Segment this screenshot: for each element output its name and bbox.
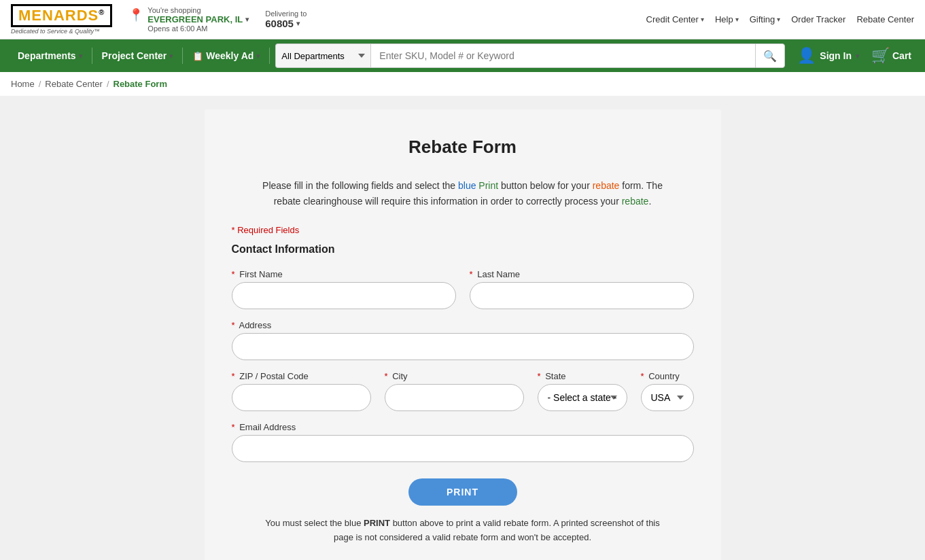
delivery-label: Delivering to: [265, 10, 307, 18]
form-title: Rebate Form: [232, 137, 694, 158]
state-required-star: *: [538, 371, 541, 381]
country-group: * Country USA: [641, 371, 694, 411]
account-icon: 👤: [797, 47, 816, 65]
store-name: EVERGREEN PARK, IL ▾: [147, 14, 249, 24]
city-label: * City: [385, 371, 524, 381]
country-label: * Country: [641, 371, 694, 381]
weekly-ad-icon: 📋: [192, 51, 203, 61]
country-required-star: *: [641, 371, 644, 381]
main-content: Rebate Form Please fill in the following…: [0, 96, 925, 560]
first-name-label: * First Name: [232, 269, 456, 279]
state-label: * State: [538, 371, 627, 381]
search-department-select[interactable]: All Departments: [275, 43, 370, 68]
project-center-chevron-icon: ▾: [169, 52, 173, 60]
print-button[interactable]: PRINT: [408, 478, 517, 506]
rebate-form-container: Rebate Form Please fill in the following…: [205, 109, 721, 560]
logo-area[interactable]: MENARDS® Dedicated to Service & Quality™: [11, 4, 112, 35]
name-row: * First Name * Last Name: [232, 269, 694, 309]
desc-orange-rebate: rebate: [593, 180, 620, 191]
help-link[interactable]: Help ▾: [715, 14, 739, 24]
store-info[interactable]: 📍 You're shopping EVERGREEN PARK, IL ▾ O…: [128, 6, 249, 33]
breadcrumb-home[interactable]: Home: [11, 79, 35, 89]
store-label: You're shopping: [147, 6, 249, 14]
search-area: All Departments 🔍: [275, 43, 785, 68]
order-tracker-link[interactable]: Order Tracker: [791, 14, 845, 24]
top-bar-left: MENARDS® Dedicated to Service & Quality™…: [11, 4, 307, 35]
zip-label: * ZIP / Postal Code: [232, 371, 371, 381]
email-required-star: *: [232, 422, 235, 432]
gifting-link[interactable]: Gifting ▾: [750, 14, 781, 24]
search-input[interactable]: [370, 43, 755, 68]
location-pin-icon: 📍: [128, 7, 143, 22]
store-details: You're shopping EVERGREEN PARK, IL ▾ Ope…: [147, 6, 249, 33]
address-row: * Address: [232, 320, 694, 360]
address-group: * Address: [232, 320, 694, 360]
location-row: * ZIP / Postal Code * City * State - Sel: [232, 371, 694, 411]
logo-subtitle: Dedicated to Service & Quality™: [11, 28, 112, 35]
zip-required-star: *: [232, 371, 235, 381]
delivery-zip: 60805 ▾: [265, 18, 307, 29]
delivery-chevron-icon: ▾: [296, 20, 300, 27]
rebate-center-link[interactable]: Rebate Center: [856, 14, 914, 24]
print-note-print-word: PRINT: [364, 518, 390, 528]
cart-button[interactable]: 🛒 Cart: [866, 47, 917, 65]
weekly-ad-chevron-icon: ▾: [256, 52, 260, 60]
last-name-group: * Last Name: [470, 269, 694, 309]
desc-green-print: Print: [478, 180, 498, 191]
cart-icon: 🛒: [871, 47, 890, 65]
top-utility-bar: MENARDS® Dedicated to Service & Quality™…: [0, 0, 925, 39]
zip-group: * ZIP / Postal Code: [232, 371, 371, 411]
search-button[interactable]: 🔍: [755, 43, 785, 68]
help-chevron-icon: ▾: [735, 16, 739, 23]
country-select[interactable]: USA: [641, 384, 694, 411]
required-note: * Required Fields: [232, 225, 694, 235]
nav-bar: Departments ▾ Project Center ▾ 📋 Weekly …: [0, 39, 925, 72]
city-group: * City: [385, 371, 524, 411]
address-required-star: *: [232, 320, 235, 330]
breadcrumb-sep-1: /: [39, 79, 41, 89]
print-note: You must select the blue PRINT button ab…: [259, 517, 667, 545]
email-label: * Email Address: [232, 422, 694, 432]
city-required-star: *: [385, 371, 388, 381]
delivery-info[interactable]: Delivering to 60805 ▾: [265, 10, 307, 29]
zip-input[interactable]: [232, 384, 371, 411]
address-input[interactable]: [232, 333, 694, 360]
last-name-required-star: *: [470, 269, 473, 279]
last-name-label: * Last Name: [470, 269, 694, 279]
logo-text: MENARDS®: [11, 4, 112, 27]
email-row: * Email Address: [232, 422, 694, 462]
desc-green-rebate2: rebate: [622, 196, 649, 207]
gifting-chevron-icon: ▾: [777, 16, 780, 23]
desc-blue-print: blue: [458, 180, 476, 191]
last-name-input[interactable]: [470, 282, 694, 309]
nav-weekly-ad[interactable]: 📋 Weekly Ad ▾: [183, 39, 269, 72]
logo-brand: MENARDS: [18, 7, 99, 24]
state-group: * State - Select a state - ALAKAZAR CACO…: [538, 371, 627, 411]
address-label: * Address: [232, 320, 694, 330]
state-select[interactable]: - Select a state - ALAKAZAR CACOCTDE FLG…: [538, 384, 627, 411]
form-description: Please fill in the following fields and …: [259, 178, 667, 209]
nav-divider-3: [269, 48, 270, 64]
breadcrumb: Home / Rebate Center / Rebate Form: [0, 72, 925, 96]
nav-departments[interactable]: Departments ▾: [8, 39, 92, 72]
breadcrumb-rebate-center[interactable]: Rebate Center: [45, 79, 103, 89]
first-name-input[interactable]: [232, 282, 456, 309]
sign-in-chevron-icon: ▾: [856, 52, 859, 60]
email-input[interactable]: [232, 435, 694, 462]
city-input[interactable]: [385, 384, 524, 411]
sign-in-button[interactable]: 👤 Sign In ▾: [790, 47, 866, 65]
store-chevron-icon: ▾: [245, 16, 249, 23]
first-name-group: * First Name: [232, 269, 456, 309]
departments-chevron-icon: ▾: [79, 52, 82, 60]
search-input-wrap: [370, 43, 755, 68]
first-name-required-star: *: [232, 269, 235, 279]
breadcrumb-sep-2: /: [107, 79, 109, 89]
store-hours: Opens at 6:00 AM: [147, 24, 249, 33]
credit-center-link[interactable]: Credit Center ▾: [646, 14, 704, 24]
email-group: * Email Address: [232, 422, 694, 462]
top-bar-right: Credit Center ▾ Help ▾ Gifting ▾ Order T…: [646, 14, 914, 24]
breadcrumb-current: Rebate Form: [114, 79, 167, 89]
section-title: Contact Information: [232, 243, 694, 256]
nav-project-center[interactable]: Project Center ▾: [92, 39, 183, 72]
credit-center-chevron-icon: ▾: [701, 16, 704, 23]
